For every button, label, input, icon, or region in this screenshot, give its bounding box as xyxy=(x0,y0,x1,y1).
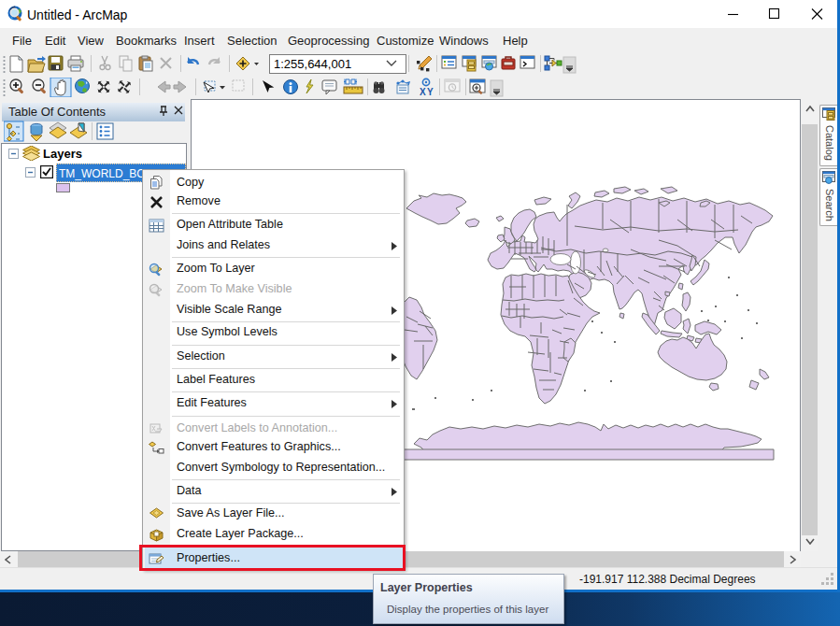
svg-text:X: X xyxy=(420,87,426,97)
svg-text:Y: Y xyxy=(427,87,434,97)
